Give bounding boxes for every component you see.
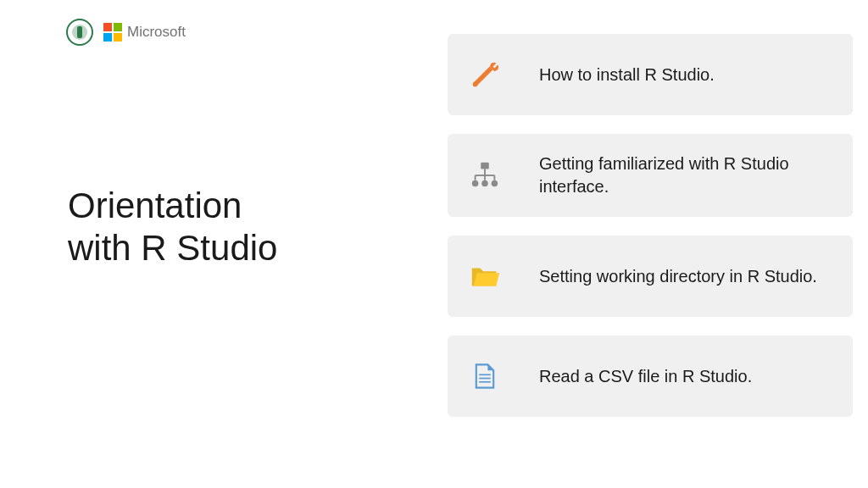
- card-directory: Setting working directory in R Studio.: [448, 236, 853, 317]
- card-install: How to install R Studio.: [448, 34, 853, 115]
- logo-area: Microsoft: [66, 19, 186, 46]
- card-text: Read a CSV file in R Studio.: [539, 365, 752, 388]
- tools-icon: [468, 58, 502, 92]
- microsoft-text: Microsoft: [127, 24, 186, 41]
- svg-rect-1: [481, 163, 489, 169]
- microsoft-logo: Microsoft: [103, 23, 186, 42]
- svg-point-0: [473, 82, 478, 87]
- svg-point-9: [492, 180, 498, 187]
- card-text: Getting familiarized with R Studio inter…: [539, 152, 832, 198]
- institution-logo-icon: [66, 19, 93, 46]
- folder-icon: [468, 259, 502, 293]
- page-title: Orientation with R Studio: [68, 185, 277, 270]
- title-line-1: Orientation: [68, 185, 277, 227]
- card-text: Setting working directory in R Studio.: [539, 265, 817, 288]
- card-text: How to install R Studio.: [539, 64, 715, 86]
- svg-point-7: [472, 180, 479, 187]
- title-line-2: with R Studio: [68, 227, 277, 269]
- hierarchy-icon: [468, 158, 502, 192]
- card-interface: Getting familiarized with R Studio inter…: [448, 134, 853, 217]
- microsoft-squares-icon: [103, 23, 122, 42]
- card-csv: Read a CSV file in R Studio.: [448, 336, 853, 417]
- cards-container: How to install R Studio. Getting familia…: [448, 34, 853, 417]
- file-icon: [468, 359, 502, 393]
- svg-point-8: [481, 180, 488, 187]
